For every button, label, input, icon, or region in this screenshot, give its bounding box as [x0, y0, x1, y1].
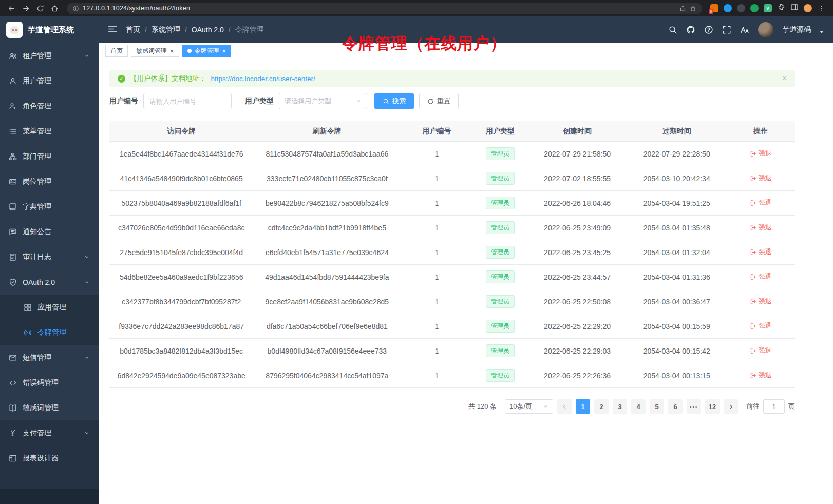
- user-type-badge: 管理员: [486, 270, 515, 283]
- reset-button-label: 重置: [437, 96, 450, 106]
- reset-button[interactable]: 重置: [419, 93, 459, 109]
- home-button[interactable]: [48, 2, 61, 14]
- sidebar-item[interactable]: 菜单管理: [0, 119, 99, 144]
- page-button[interactable]: 3: [613, 399, 627, 414]
- user-type-select[interactable]: 请选择用户类型: [279, 93, 367, 109]
- search-icon[interactable]: [668, 25, 677, 34]
- browser-profile-avatar[interactable]: [804, 4, 812, 12]
- browser-menu-button[interactable]: ⋮: [817, 5, 826, 12]
- user-id-cell: 1: [401, 265, 472, 289]
- sidebar-item[interactable]: 应用管理: [0, 295, 99, 320]
- sidebar-item[interactable]: 字典管理: [0, 194, 99, 219]
- sidebar-item[interactable]: 岗位管理: [0, 169, 99, 194]
- prev-page-button[interactable]: [557, 399, 572, 414]
- force-logout-button[interactable]: 强退: [750, 272, 772, 281]
- access-token-cell: c347026e805e4d99b0d116eae66eda8c: [109, 216, 253, 240]
- goto-page-input[interactable]: [763, 399, 785, 414]
- back-button[interactable]: [5, 2, 17, 14]
- extension-icon[interactable]: 0: [710, 4, 718, 12]
- tab-close-icon[interactable]: ×: [222, 48, 226, 54]
- help-icon[interactable]: [704, 25, 713, 34]
- side-panel-button[interactable]: [790, 3, 799, 13]
- page-button[interactable]: 5: [650, 399, 664, 414]
- user-type-cell: 管理员: [473, 265, 528, 289]
- fullscreen-icon[interactable]: [722, 25, 731, 34]
- force-logout-button[interactable]: 强退: [750, 198, 772, 207]
- force-logout-button[interactable]: 强退: [750, 371, 772, 380]
- force-logout-button[interactable]: 强退: [750, 346, 772, 355]
- search-button[interactable]: 搜索: [374, 93, 414, 109]
- page-button[interactable]: 6: [668, 399, 683, 414]
- user-type-cell: 管理员: [473, 339, 528, 363]
- page-button[interactable]: 4: [631, 399, 646, 414]
- sidebar-item[interactable]: 敏感词管理: [0, 395, 99, 420]
- github-icon[interactable]: [686, 25, 695, 34]
- tab-item[interactable]: 敏感词管理×: [131, 45, 179, 57]
- dept-icon: [9, 152, 17, 161]
- page-button[interactable]: 1: [576, 399, 590, 414]
- sidebar-item[interactable]: 用户管理: [0, 68, 99, 93]
- sidebar-item-label: 角色管理: [23, 102, 90, 111]
- sidebar-item[interactable]: 角色管理: [0, 93, 99, 119]
- chevron-down-icon[interactable]: [820, 31, 824, 33]
- exit-icon: [750, 249, 756, 256]
- user-avatar[interactable]: [758, 22, 773, 37]
- breadcrumb-item[interactable]: OAuth 2.0: [192, 26, 224, 34]
- breadcrumb-item[interactable]: 首页: [126, 25, 140, 34]
- force-logout-button[interactable]: 强退: [750, 223, 772, 232]
- page-size-select[interactable]: 10条/页: [505, 399, 553, 414]
- user-icon: [9, 77, 17, 85]
- user-type-badge: 管理员: [486, 197, 515, 209]
- forward-button[interactable]: [20, 2, 32, 14]
- tab-close-icon[interactable]: ×: [170, 48, 174, 54]
- sidebar-item[interactable]: 通知公告: [0, 219, 99, 244]
- tab-item[interactable]: 首页: [105, 45, 128, 57]
- extensions-puzzle-button[interactable]: [777, 3, 785, 13]
- sidebar-item[interactable]: 令牌管理: [0, 320, 99, 345]
- alert-doc-link[interactable]: https://doc.iocoder.cn/user-center/: [211, 75, 315, 83]
- report-icon: [9, 454, 17, 462]
- force-logout-button[interactable]: 强退: [750, 173, 772, 183]
- force-logout-button[interactable]: 强退: [750, 297, 772, 306]
- main-content: ✓ 【用户体系】文档地址： https://doc.iocoder.cn/use…: [99, 59, 833, 504]
- expire-time-cell: 2054-03-04 01:31:36: [627, 265, 727, 289]
- force-logout-button[interactable]: 强退: [750, 247, 772, 257]
- share-icon[interactable]: [679, 5, 686, 12]
- alert-close-icon[interactable]: ×: [782, 74, 787, 83]
- sidebar-item[interactable]: 支付管理: [0, 420, 99, 445]
- logo-area[interactable]: 芋道管理系统: [0, 16, 99, 43]
- create-time-cell: 2022-06-26 18:04:46: [527, 191, 627, 216]
- access-token-cell: 54d6be82ee5a460a9aedc1f9bf223656: [109, 265, 253, 289]
- user-id-input[interactable]: [143, 93, 232, 109]
- sidebar-item[interactable]: 租户管理: [0, 43, 99, 68]
- column-header: 刷新令牌: [253, 121, 401, 142]
- sidebar-item[interactable]: 报表设计器: [0, 445, 99, 471]
- site-info-icon[interactable]: [72, 5, 79, 12]
- page-button[interactable]: 2: [594, 399, 609, 414]
- sidebar-item-label: OAuth 2.0: [23, 278, 78, 286]
- refresh-token-cell: 811c530487574fa0af1a59d3abc1aa66: [253, 142, 401, 166]
- page-more-button[interactable]: ···: [687, 399, 701, 414]
- extension-icon[interactable]: [750, 4, 759, 12]
- sidebar-item[interactable]: 错误码管理: [0, 370, 99, 395]
- user-type-badge: 管理员: [486, 344, 515, 357]
- sidebar-collapse-button[interactable]: [108, 25, 118, 35]
- sidebar-item[interactable]: 短信管理: [0, 345, 99, 370]
- refresh-button[interactable]: [34, 2, 46, 14]
- bookmark-star-icon[interactable]: [690, 5, 696, 12]
- tab-item[interactable]: 令牌管理×: [182, 45, 232, 57]
- extension-icon[interactable]: [724, 4, 732, 12]
- address-bar[interactable]: 127.0.0.1:1024/system/oauth2/token: [67, 3, 702, 14]
- next-page-button[interactable]: [724, 399, 738, 414]
- user-type-badge: 管理员: [486, 147, 515, 160]
- font-size-icon[interactable]: [740, 25, 749, 34]
- force-logout-button[interactable]: 强退: [750, 149, 772, 158]
- breadcrumb-item[interactable]: 系统管理: [152, 25, 180, 34]
- force-logout-button[interactable]: 强退: [750, 321, 772, 331]
- vue-devtools-icon[interactable]: V: [764, 4, 772, 12]
- sidebar-item[interactable]: 审计日志: [0, 244, 99, 269]
- extension-icon[interactable]: [737, 4, 745, 12]
- sidebar-item[interactable]: OAuth 2.0: [0, 269, 99, 295]
- sidebar-item[interactable]: 部门管理: [0, 144, 99, 169]
- page-button[interactable]: 12: [705, 399, 720, 414]
